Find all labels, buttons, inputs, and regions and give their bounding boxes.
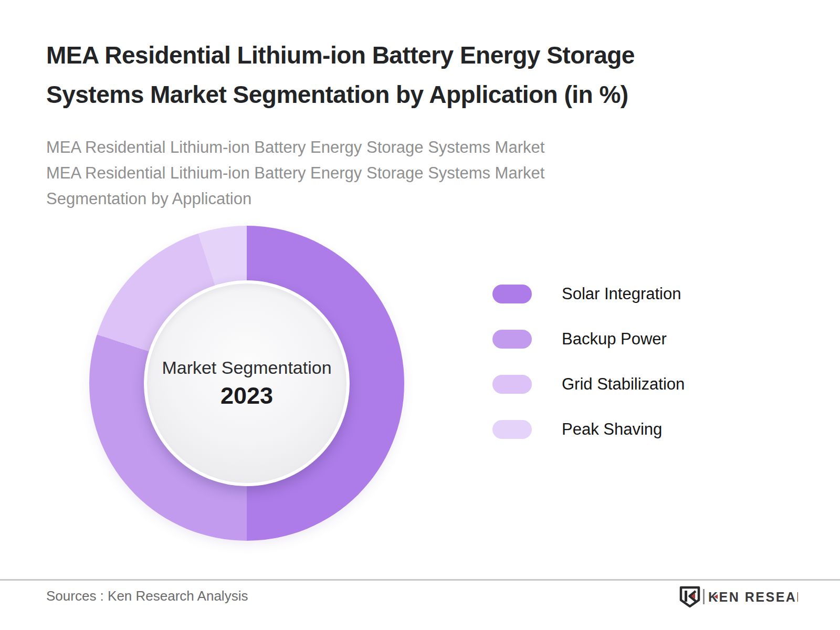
donut-center-year: 2023 bbox=[220, 382, 273, 410]
legend-item: Solar Integration bbox=[492, 285, 685, 303]
brand-name-text: KEN RESEARCH bbox=[708, 590, 798, 604]
donut-hole: Market Segmentation 2023 bbox=[144, 280, 350, 486]
subtitle-line1: MEA Residential Lithium-ion Battery Ener… bbox=[46, 134, 544, 160]
donut-center-label: Market Segmentation bbox=[162, 358, 331, 378]
shield-icon bbox=[681, 587, 699, 606]
logo-divider bbox=[703, 589, 705, 604]
legend-item: Backup Power bbox=[492, 330, 685, 349]
sources-text: Sources : Ken Research Analysis bbox=[46, 588, 248, 604]
ken-research-logo: KEN RESEARCH bbox=[679, 586, 798, 608]
legend-swatch-grid-stabilization bbox=[492, 375, 532, 394]
legend-label: Backup Power bbox=[562, 330, 667, 349]
legend-item: Peak Shaving bbox=[492, 420, 685, 439]
legend-swatch-backup-power bbox=[492, 330, 532, 349]
subtitle-line3: Segmentation by Application bbox=[46, 186, 544, 212]
page-title-line1: MEA Residential Lithium-ion Battery Ener… bbox=[46, 36, 635, 75]
infographic-canvas: MEA Residential Lithium-ion Battery Ener… bbox=[0, 0, 840, 630]
legend-label: Grid Stabilization bbox=[562, 375, 685, 394]
footer-divider bbox=[0, 579, 840, 581]
legend-item: Grid Stabilization bbox=[492, 375, 685, 394]
page-title: MEA Residential Lithium-ion Battery Ener… bbox=[46, 36, 635, 114]
legend-label: Peak Shaving bbox=[562, 420, 662, 439]
subtitle-line2: MEA Residential Lithium-ion Battery Ener… bbox=[46, 160, 544, 186]
legend-label: Solar Integration bbox=[562, 285, 681, 303]
page-subtitle: MEA Residential Lithium-ion Battery Ener… bbox=[46, 134, 544, 212]
donut-chart: Market Segmentation 2023 bbox=[89, 226, 404, 541]
legend-swatch-peak-shaving bbox=[492, 420, 532, 439]
chart-legend: Solar Integration Backup Power Grid Stab… bbox=[492, 285, 685, 465]
page-title-line2: Systems Market Segmentation by Applicati… bbox=[46, 75, 635, 114]
legend-swatch-solar-integration bbox=[492, 285, 532, 303]
